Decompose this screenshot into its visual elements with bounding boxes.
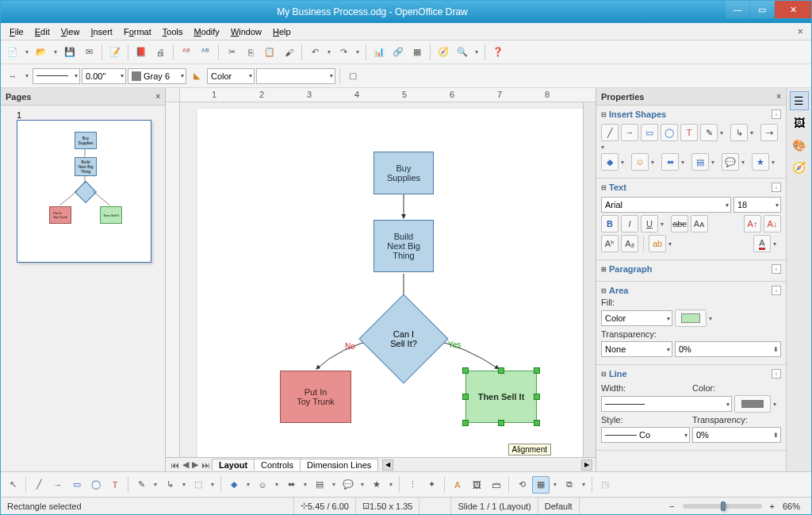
menu-format[interactable]: Format xyxy=(118,25,157,38)
curve-shape-icon[interactable]: ✎ xyxy=(700,124,718,141)
more-icon[interactable]: ▫ xyxy=(772,183,781,192)
text-shape-icon[interactable]: T xyxy=(680,124,698,141)
connector-tool-icon[interactable]: ↳ xyxy=(161,476,178,494)
callout-shapes-icon[interactable]: 💬 xyxy=(722,153,739,171)
extrusion-tool-icon[interactable]: ◳ xyxy=(596,476,614,494)
gallery-tool-icon[interactable]: 🗃 xyxy=(487,476,504,494)
menu-tools[interactable]: Tools xyxy=(157,25,189,38)
tab-nav-first[interactable]: ⏮ xyxy=(169,460,181,470)
chart-icon[interactable]: 📊 xyxy=(370,44,388,61)
close-window-button[interactable]: ✕ xyxy=(775,1,811,18)
pages-panel-close-icon[interactable]: × xyxy=(155,92,160,101)
line-width-combo[interactable]: 0.00"▾ xyxy=(82,68,126,84)
autospell-icon[interactable]: ᴬᴮ xyxy=(197,44,214,61)
highlight-button[interactable]: ab xyxy=(649,235,666,252)
flowchart-tool-icon[interactable]: ▤ xyxy=(311,476,328,494)
connector-shape-icon[interactable]: ↳ xyxy=(730,124,748,141)
more-arrows-icon[interactable]: ⇢ xyxy=(760,124,778,141)
line-style-combo[interactable]: Co▾ xyxy=(601,427,690,443)
minimize-button[interactable]: — xyxy=(726,1,749,18)
menu-modify[interactable]: Modify xyxy=(188,25,224,38)
align-tool-icon[interactable]: ▦ xyxy=(532,476,550,494)
transparency-value-combo[interactable]: 0%⬍ xyxy=(675,341,781,357)
zoom-percent[interactable]: 66% xyxy=(778,502,805,511)
print-icon[interactable]: 🖨 xyxy=(151,44,169,61)
fill-bucket-icon[interactable]: ◣ xyxy=(188,67,205,85)
close-document-button[interactable]: × xyxy=(792,25,808,37)
shadow-text-button[interactable]: Aᴀ xyxy=(691,215,708,233)
section-area[interactable]: Area xyxy=(609,286,628,295)
selection-handle[interactable] xyxy=(534,420,540,426)
from-file-tool-icon[interactable]: 🖼 xyxy=(468,476,485,494)
arrange-tool-icon[interactable]: ⧉ xyxy=(561,476,578,494)
fill-mode-combo[interactable]: Color▾ xyxy=(207,68,255,84)
star-tool-icon[interactable]: ★ xyxy=(368,476,385,494)
new-dd[interactable]: ▾ xyxy=(23,44,31,61)
menu-file[interactable]: File xyxy=(4,25,29,38)
redo-dd[interactable]: ▾ xyxy=(354,44,362,61)
properties-close-icon[interactable]: × xyxy=(776,92,781,101)
superscript-button[interactable]: Aᵇ xyxy=(601,235,619,252)
selection-handle[interactable] xyxy=(462,367,469,374)
block-arrows-icon[interactable]: ⬌ xyxy=(661,153,679,171)
maximize-button[interactable]: ▭ xyxy=(750,1,774,18)
section-insert-shapes[interactable]: Insert Shapes xyxy=(609,110,666,119)
selection-handle[interactable] xyxy=(534,394,540,400)
arrow-dd[interactable]: ▾ xyxy=(23,67,31,85)
horizontal-ruler[interactable]: 12345678 xyxy=(180,88,596,102)
undo-dd[interactable]: ▾ xyxy=(325,44,333,61)
ellipse-shape-icon[interactable]: ◯ xyxy=(661,124,678,141)
paste-icon[interactable]: 📋 xyxy=(261,44,278,61)
basic-shapes-icon[interactable]: ◆ xyxy=(601,153,619,171)
symbol-shapes-icon[interactable]: ☺ xyxy=(631,153,649,171)
basic-shape-tool-icon[interactable]: ◆ xyxy=(225,476,243,494)
menu-insert[interactable]: Insert xyxy=(85,25,118,38)
navigator-icon[interactable]: 🧭 xyxy=(435,44,452,61)
zoom-dd[interactable]: ▾ xyxy=(473,44,481,61)
selection-handle[interactable] xyxy=(534,367,540,374)
selection-handle[interactable] xyxy=(498,420,504,426)
curve-tool-dd[interactable]: ▾ xyxy=(151,476,159,494)
star-shapes-icon[interactable]: ★ xyxy=(752,153,769,171)
zoom-in-button[interactable]: + xyxy=(767,502,778,511)
fill-mode-combo[interactable]: Color▾ xyxy=(601,310,672,326)
menu-window[interactable]: Window xyxy=(225,25,267,38)
font-name-combo[interactable]: Arial▾ xyxy=(601,197,731,213)
block-arrow-tool-icon[interactable]: ⬌ xyxy=(282,476,300,494)
subscript-button[interactable]: Aᵦ xyxy=(621,235,638,252)
section-text[interactable]: Text xyxy=(609,183,626,192)
fill-swatch-button[interactable] xyxy=(675,309,707,327)
selection-handle[interactable] xyxy=(462,420,469,426)
transparency-mode-combo[interactable]: None▾ xyxy=(601,341,672,357)
menu-help[interactable]: Help xyxy=(267,25,297,38)
copy-icon[interactable]: ⎘ xyxy=(242,44,259,61)
bold-button[interactable]: B xyxy=(601,215,619,233)
page-thumbnail[interactable]: BuySupplies BuildNext BigThing Put InToy… xyxy=(17,120,151,263)
line-width-combo[interactable]: ▾ xyxy=(601,396,732,412)
tab-nav-prev[interactable]: ◀ xyxy=(181,459,190,470)
vertical-ruler[interactable] xyxy=(166,102,180,457)
tab-nav-next[interactable]: ▶ xyxy=(190,459,200,470)
more-icon[interactable]: ▫ xyxy=(772,286,781,295)
hyperlink-icon[interactable]: 🔗 xyxy=(389,44,407,61)
line-color-combo[interactable]: Gray 6▾ xyxy=(128,68,186,84)
help-icon[interactable]: ❓ xyxy=(489,44,507,61)
points-tool-icon[interactable]: ⋮ xyxy=(404,476,421,494)
line-color-swatch[interactable] xyxy=(734,395,771,413)
callout-tool-icon[interactable]: 💬 xyxy=(339,476,357,494)
section-line[interactable]: Line xyxy=(609,369,627,379)
italic-button[interactable]: I xyxy=(621,215,638,233)
more-icon[interactable]: ▫ xyxy=(772,264,781,274)
export-pdf-icon[interactable]: 📕 xyxy=(132,44,150,61)
open-icon[interactable]: 📂 xyxy=(33,44,50,61)
arrow-style-icon[interactable]: ↔ xyxy=(4,67,21,85)
flowchart-shapes-icon[interactable]: ▤ xyxy=(691,153,709,171)
connector-tool-dd[interactable]: ▾ xyxy=(180,476,188,494)
line-transparency-combo[interactable]: 0%⬍ xyxy=(692,427,781,443)
decrease-font-button[interactable]: A↓ xyxy=(764,215,781,233)
arrow-shape-icon[interactable]: → xyxy=(621,124,638,141)
navigator-tab-icon[interactable]: 🧭 xyxy=(790,158,809,177)
zoom-icon[interactable]: 🔍 xyxy=(454,44,471,61)
flowchart-box-sell[interactable]: Then Sell It xyxy=(465,371,537,423)
zoom-out-button[interactable]: − xyxy=(666,502,677,511)
